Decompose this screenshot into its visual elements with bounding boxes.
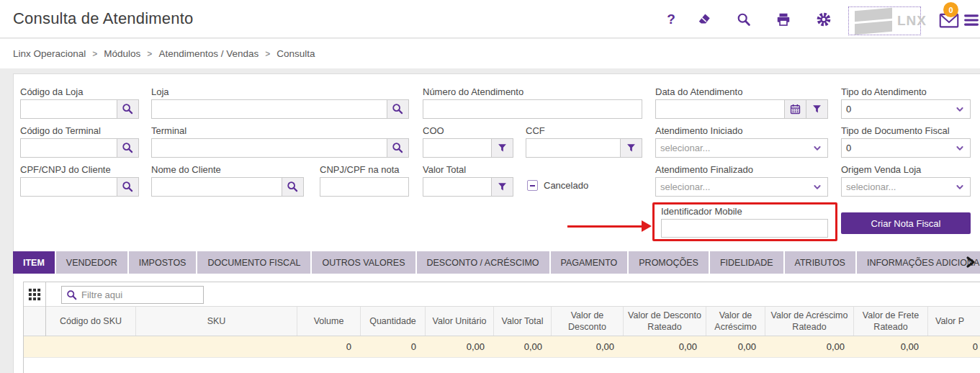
data-do-atendimento-calendar-button[interactable] xyxy=(784,99,806,119)
data-do-atendimento-filter-button[interactable] xyxy=(806,99,828,119)
cpf-cnpj-do-cliente-search-button[interactable] xyxy=(117,177,139,197)
tab-atributos[interactable]: ATRIBUTOS xyxy=(785,251,855,274)
codigo-do-terminal-input[interactable] xyxy=(20,138,117,158)
column-header-volume[interactable]: Volume xyxy=(297,307,361,336)
column-header-codigo-do-sku[interactable]: Código do SKU xyxy=(46,307,136,336)
loja-input[interactable] xyxy=(151,99,387,119)
origem-venda-loja-select[interactable]: selecionar... xyxy=(841,177,971,197)
codigo-da-loja-label: Código da Loja xyxy=(20,86,139,97)
breadcrumb-separator: > xyxy=(92,49,97,59)
tab-fidelidade[interactable]: FIDELIDADE xyxy=(710,251,783,274)
search-icon xyxy=(122,181,134,193)
tab-scroll-right-button[interactable] xyxy=(963,253,979,272)
terminal-search-button[interactable] xyxy=(387,138,409,158)
column-chooser-button[interactable] xyxy=(27,288,42,302)
column-header-valor-de-acrescimo-rateado[interactable]: Valor de Acréscimo Rateado xyxy=(765,307,854,336)
funnel-icon xyxy=(497,143,508,153)
criar-nota-fiscal-button[interactable]: Criar Nota Fiscal xyxy=(841,212,971,234)
breadcrumb: Linx Operacional > Módulos > Atendimento… xyxy=(0,39,980,68)
nome-do-cliente-input[interactable] xyxy=(151,177,282,197)
breadcrumb-atendimentos-vendas[interactable]: Atendimentos / Vendas xyxy=(158,48,259,59)
codigo-do-terminal-search-button[interactable] xyxy=(117,138,139,158)
numero-do-atendimento-input[interactable] xyxy=(423,99,642,119)
tab-documento-fiscal[interactable]: DOCUMENTO FISCAL xyxy=(197,251,310,274)
nome-do-cliente-search-button[interactable] xyxy=(282,177,304,197)
search-icon xyxy=(122,103,134,115)
ccf-filter-button[interactable] xyxy=(620,138,642,158)
grid-filter-input[interactable] xyxy=(81,289,199,300)
column-header-valor-total[interactable]: Valor Total xyxy=(494,307,552,336)
table-row[interactable]: 0 0 0,00 0,00 0,00 0,00 0,00 0,00 0,00 0 xyxy=(24,336,980,358)
cpf-cnpj-do-cliente-input[interactable] xyxy=(20,177,117,197)
grid-toolbar xyxy=(24,282,980,306)
cancelado-checkbox[interactable] xyxy=(527,180,538,191)
column-header-valor-de-frete-rateado[interactable]: Valor de Frete Rateado xyxy=(854,307,928,336)
search-icon xyxy=(287,181,299,193)
loja-search-button[interactable] xyxy=(387,99,409,119)
chevron-right-icon xyxy=(965,256,976,269)
cell-valor-unitario: 0,00 xyxy=(426,336,494,357)
lnx-logo[interactable]: LNX xyxy=(848,6,921,35)
ccf-label: CCF xyxy=(526,125,642,136)
tipo-do-atendimento-select[interactable]: 0 xyxy=(841,99,971,119)
funnel-icon xyxy=(497,181,508,192)
column-header-valor-de-acrescimo[interactable]: Valor de Acréscimo xyxy=(706,307,765,336)
tab-impostos[interactable]: IMPOSTOS xyxy=(129,251,197,274)
column-header-quantidade[interactable]: Quantidade xyxy=(361,307,426,336)
settings-button[interactable] xyxy=(814,10,833,29)
cancelado-label: Cancelado xyxy=(544,180,588,191)
menu-button[interactable] xyxy=(963,12,980,30)
field-loja: Loja xyxy=(151,86,409,119)
tab-pagamento[interactable]: PAGAMENTO xyxy=(551,251,628,274)
valor-total-input[interactable] xyxy=(423,177,492,197)
cnpj-cpf-na-nota-input[interactable] xyxy=(320,177,409,197)
identificador-mobile-input[interactable] xyxy=(661,219,828,238)
field-valor-total: Valor Total xyxy=(423,164,513,197)
coo-filter-button[interactable] xyxy=(491,138,513,158)
field-data-do-atendimento: Data do Atendimento xyxy=(655,86,828,119)
tab-promocoes[interactable]: PROMOÇÕES xyxy=(629,251,709,274)
tipo-de-documento-fiscal-select[interactable]: 0 xyxy=(841,138,971,158)
breadcrumb-linx-operacional[interactable]: Linx Operacional xyxy=(13,48,86,59)
codigo-da-loja-search-button[interactable] xyxy=(117,99,139,119)
coo-input[interactable] xyxy=(423,138,492,158)
coo-label: COO xyxy=(423,125,513,136)
search-icon xyxy=(392,103,404,115)
data-do-atendimento-input[interactable] xyxy=(655,99,785,119)
breadcrumb-consulta[interactable]: Consulta xyxy=(277,48,315,59)
print-button[interactable] xyxy=(774,10,793,29)
atendimento-iniciado-select[interactable]: selecionar... xyxy=(655,138,828,158)
valor-total-filter-button[interactable] xyxy=(491,177,513,197)
tab-outros-valores[interactable]: OUTROS VALORES xyxy=(312,251,415,274)
column-header-valor-p-truncated[interactable]: Valor P xyxy=(928,307,980,336)
field-ccf: CCF xyxy=(526,125,642,158)
search-icon xyxy=(122,142,134,154)
column-header-valor-unitario[interactable]: Valor Unitário xyxy=(426,307,494,336)
codigo-da-loja-input[interactable] xyxy=(20,99,117,119)
tab-vendedor[interactable]: VENDEDOR xyxy=(56,251,127,274)
breadcrumb-modulos[interactable]: Módulos xyxy=(104,48,140,59)
message-count-badge: 0 xyxy=(943,2,958,17)
clear-button[interactable] xyxy=(695,10,714,29)
tab-desconto-acrescimo[interactable]: DESCONTO / ACRÉSCIMO xyxy=(417,251,549,274)
column-header-valor-de-desconto[interactable]: Valor de Desconto xyxy=(552,307,624,336)
terminal-label: Terminal xyxy=(151,125,409,136)
atendimento-iniciado-label: Atendimento Iniciado xyxy=(655,125,828,136)
tipo-do-atendimento-label: Tipo do Atendimento xyxy=(841,86,971,97)
terminal-input[interactable] xyxy=(151,138,387,158)
field-cpf-cnpj-do-cliente: CPF/CNPJ do Cliente xyxy=(20,164,139,197)
tab-item[interactable]: ITEM xyxy=(13,251,55,274)
atendimento-finalizado-select[interactable]: selecionar... xyxy=(655,177,828,197)
cell-valor-p-truncated: 0 xyxy=(928,336,980,357)
search-button[interactable] xyxy=(734,10,753,29)
tab-informacoes-adicionais[interactable]: INFORMAÇÕES ADICIONAIS xyxy=(857,251,980,274)
help-button[interactable]: ? xyxy=(662,10,680,29)
app-window: Consulta de Atendimento ? xyxy=(0,0,980,373)
grid-icon xyxy=(28,288,41,301)
column-header-sku[interactable]: SKU xyxy=(136,307,297,336)
cell-valor-de-acrescimo: 0,00 xyxy=(706,336,765,357)
funnel-icon xyxy=(812,104,822,114)
atendimento-iniciado-value: selecionar... xyxy=(660,143,812,153)
ccf-input[interactable] xyxy=(526,138,621,158)
column-header-valor-de-desconto-rateado[interactable]: Valor de Desconto Rateado xyxy=(624,307,706,336)
